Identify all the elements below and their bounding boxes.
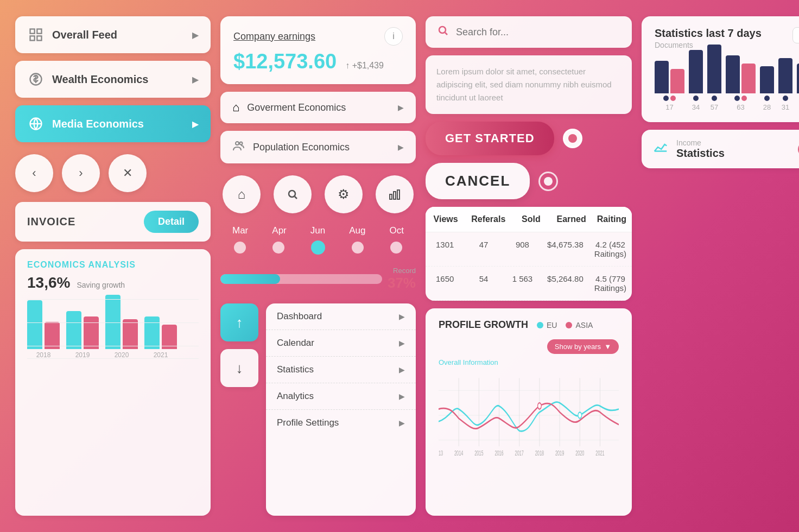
- tl-aug[interactable]: Aug: [349, 225, 365, 236]
- pdf-button[interactable]: PDF: [792, 27, 799, 43]
- tl-apr[interactable]: Apr: [272, 225, 286, 236]
- bar2-col-31: 31: [778, 58, 792, 111]
- growth-chart-svg: 2013 2014 2015 2016 2017 2018 2019 2020 …: [439, 372, 619, 459]
- next-button[interactable]: ›: [62, 154, 100, 192]
- analysis-card: ECONOMICS ANALYSIS 13,6% Saving growth: [15, 249, 211, 516]
- settings-button[interactable]: ⚙: [325, 175, 363, 213]
- home-button[interactable]: ⌂: [223, 175, 261, 213]
- svg-text:2021: 2021: [595, 449, 604, 457]
- bar2-label-63: 63: [737, 103, 744, 111]
- search-button[interactable]: [274, 175, 312, 213]
- tl-dot-apr[interactable]: [272, 242, 284, 254]
- prev-button[interactable]: ‹: [15, 154, 53, 192]
- bar2-label-31: 31: [782, 103, 789, 111]
- bar-year-2018: 2018: [36, 351, 51, 359]
- asia-label: ASIA: [575, 321, 593, 330]
- svg-rect-1: [37, 29, 41, 34]
- td-views-1: 1301: [426, 232, 464, 266]
- svg-text:2016: 2016: [494, 449, 503, 457]
- home-icon: ⌂: [232, 100, 239, 115]
- svg-point-7: [240, 142, 243, 145]
- chart-button[interactable]: [376, 175, 414, 213]
- svg-rect-0: [30, 29, 35, 34]
- search-input[interactable]: [456, 27, 621, 38]
- svg-text:2015: 2015: [474, 449, 483, 457]
- td-raiting-2: 4.5 (779 Raitings): [589, 267, 632, 300]
- menu-government-economics[interactable]: ⌂ Goverment Economics ▶: [220, 92, 416, 123]
- growth-title: PROFILE GROWTH: [439, 319, 528, 331]
- bar2-col-63: 63: [726, 55, 756, 111]
- menu-population-label: Population Economics: [253, 142, 350, 153]
- nav-wealth-economics[interactable]: Wealth Economics ▶: [15, 61, 211, 98]
- arrow-down-button[interactable]: ↓: [220, 349, 258, 387]
- menu-population-economics[interactable]: Population Economics ▶: [220, 131, 416, 163]
- tl-oct[interactable]: Oct: [389, 225, 403, 236]
- earnings-amount: $12,573.60: [233, 50, 337, 73]
- cancel-button[interactable]: CANCEL: [426, 163, 530, 199]
- cancel-radio[interactable]: [538, 172, 558, 191]
- info-button[interactable]: i: [384, 27, 403, 46]
- progress-wrapper: Record 37%: [220, 262, 416, 296]
- income-chart-icon: [652, 139, 669, 159]
- dropdown-calendar[interactable]: Calendar ▶: [266, 330, 416, 357]
- bar2-label-57: 57: [711, 103, 718, 111]
- earnings-card: Company earnings i $12,573.60 ↑ +$1,439: [220, 16, 416, 84]
- nav-media-economics[interactable]: Media Economics ▶: [15, 105, 211, 142]
- detail-button[interactable]: Detail: [144, 211, 199, 233]
- bar2-63-dark: [726, 55, 740, 93]
- td-views-2: 1650: [426, 267, 464, 300]
- svg-text:2014: 2014: [454, 449, 463, 457]
- nav-wealth-economics-label: Wealth Economics: [52, 73, 148, 86]
- tl-jun[interactable]: Jun: [310, 225, 325, 236]
- get-started-radio[interactable]: [563, 129, 582, 148]
- menu-government-arrow: ▶: [398, 103, 404, 112]
- dot-17-dark: [663, 96, 669, 101]
- bar-2019-blue: [66, 311, 81, 349]
- analysis-title: ECONOMICS ANALYSIS: [27, 260, 199, 270]
- svg-point-12: [439, 27, 446, 33]
- bar2-col-28: 28: [760, 66, 774, 111]
- tl-dot-jun[interactable]: [311, 240, 325, 255]
- svg-rect-3: [37, 36, 41, 40]
- dot-63-dark: [734, 96, 740, 101]
- stats-title: Statistics last 7 days: [655, 27, 762, 40]
- asia-dot: [566, 322, 572, 328]
- dropdown-calendar-label: Calendar: [277, 338, 314, 349]
- svg-text:2019: 2019: [555, 449, 564, 457]
- dot-34-dark: [693, 96, 699, 101]
- bar2-label-28: 28: [763, 103, 771, 111]
- tl-dot-aug[interactable]: [352, 242, 364, 254]
- show-years-label: Show by years: [555, 343, 601, 351]
- legend-asia: ASIA: [566, 321, 593, 330]
- bar2-31-dark: [778, 58, 792, 93]
- bar-col-2018: 2018: [27, 300, 60, 359]
- tl-dot-mar[interactable]: [234, 242, 246, 254]
- earnings-delta: ↑ +$1,439: [345, 61, 384, 71]
- cancel-row: CANCEL: [426, 163, 632, 199]
- svg-point-6: [236, 142, 239, 145]
- progress-record: Record: [388, 267, 416, 275]
- col-earned: Earned: [551, 207, 592, 232]
- get-started-button[interactable]: GET STARTED: [426, 122, 554, 155]
- svg-rect-11: [397, 190, 400, 199]
- dot-63-pink: [741, 96, 747, 101]
- bar2-col-17: 17: [655, 61, 684, 111]
- dropdown-profile-label: Profile Settings: [277, 417, 339, 428]
- dropdown-statistics[interactable]: Statistics ▶: [266, 357, 416, 383]
- td-earned-2: $5,264.80: [542, 267, 589, 300]
- tl-dot-oct[interactable]: [390, 242, 402, 254]
- close-button[interactable]: ✕: [109, 154, 147, 192]
- nav-overall-feed[interactable]: Overall Feed ▶: [15, 16, 211, 53]
- svg-text:2013: 2013: [439, 449, 443, 457]
- tl-mar[interactable]: Mar: [232, 225, 248, 236]
- bar-year-2020: 2020: [115, 351, 129, 359]
- dropdown-analytics[interactable]: Analytics ▶: [266, 383, 416, 410]
- svg-point-24: [578, 412, 582, 418]
- dropdown-dashboard[interactable]: Dashboard ▶: [266, 303, 416, 330]
- show-years-button[interactable]: Show by years ▼: [547, 339, 619, 354]
- arrow-up-button[interactable]: ↑: [220, 303, 258, 341]
- dropdown-profile-settings[interactable]: Profile Settings ▶: [266, 410, 416, 436]
- control-buttons-row: ‹ › ✕: [15, 154, 211, 192]
- growth-card: PROFILE GROWTH EU ASIA Show by years ▼ O…: [426, 308, 632, 516]
- globe-icon: [27, 115, 45, 132]
